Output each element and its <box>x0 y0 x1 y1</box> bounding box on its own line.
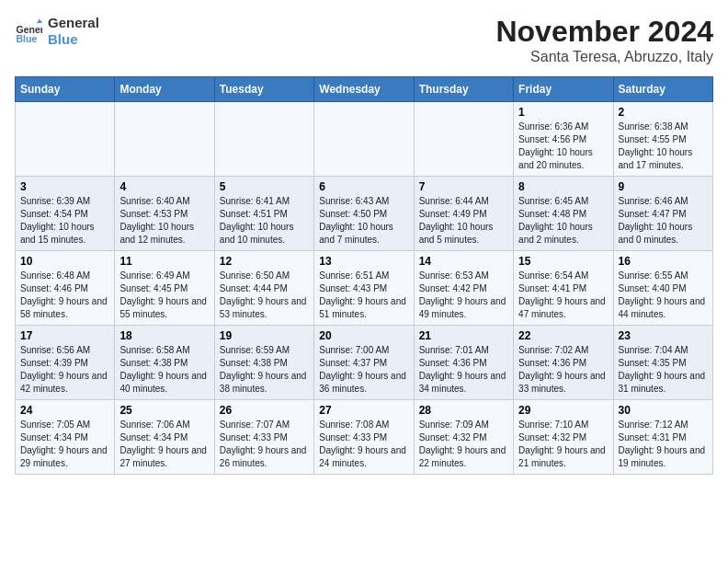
header-cell-thursday: Thursday <box>414 77 513 102</box>
day-number: 4 <box>119 180 209 193</box>
day-number: 18 <box>119 329 209 342</box>
day-number: 1 <box>518 106 608 119</box>
day-number: 10 <box>20 255 109 268</box>
logo-line2: Blue <box>48 31 99 48</box>
day-cell: 11Sunrise: 6:49 AM Sunset: 4:45 PM Dayli… <box>115 251 214 326</box>
day-number: 30 <box>619 404 708 417</box>
day-cell: 21Sunrise: 7:01 AM Sunset: 4:36 PM Dayli… <box>414 326 513 400</box>
day-cell: 8Sunrise: 6:45 AM Sunset: 4:48 PM Daylig… <box>514 177 613 251</box>
day-cell: 5Sunrise: 6:41 AM Sunset: 4:51 PM Daylig… <box>214 177 313 251</box>
day-info: Sunrise: 7:04 AM Sunset: 4:35 PM Dayligh… <box>619 344 708 396</box>
week-row-3: 10Sunrise: 6:48 AM Sunset: 4:46 PM Dayli… <box>16 251 713 326</box>
day-info: Sunrise: 7:12 AM Sunset: 4:31 PM Dayligh… <box>619 419 708 470</box>
day-number: 6 <box>319 180 408 193</box>
header-cell-sunday: Sunday <box>16 77 115 102</box>
day-info: Sunrise: 6:36 AM Sunset: 4:56 PM Dayligh… <box>518 121 608 172</box>
svg-marker-2 <box>37 19 42 24</box>
day-info: Sunrise: 6:39 AM Sunset: 4:54 PM Dayligh… <box>20 195 109 247</box>
day-number: 8 <box>518 180 608 193</box>
day-info: Sunrise: 6:46 AM Sunset: 4:47 PM Dayligh… <box>619 195 708 247</box>
day-number: 16 <box>619 255 708 268</box>
svg-text:Blue: Blue <box>17 33 38 44</box>
day-number: 12 <box>220 255 309 268</box>
week-row-5: 24Sunrise: 7:05 AM Sunset: 4:34 PM Dayli… <box>16 400 713 475</box>
header-cell-tuesday: Tuesday <box>214 77 313 102</box>
day-cell: 24Sunrise: 7:05 AM Sunset: 4:34 PM Dayli… <box>16 400 115 475</box>
day-info: Sunrise: 6:44 AM Sunset: 4:49 PM Dayligh… <box>419 195 508 247</box>
day-number: 17 <box>20 329 109 342</box>
day-info: Sunrise: 6:38 AM Sunset: 4:55 PM Dayligh… <box>619 121 708 172</box>
day-number: 25 <box>119 404 209 417</box>
day-cell: 26Sunrise: 7:07 AM Sunset: 4:33 PM Dayli… <box>214 400 313 475</box>
day-number: 20 <box>319 329 408 342</box>
day-cell: 9Sunrise: 6:46 AM Sunset: 4:47 PM Daylig… <box>613 177 712 251</box>
day-cell: 20Sunrise: 7:00 AM Sunset: 4:37 PM Dayli… <box>314 326 414 400</box>
day-number: 5 <box>220 180 309 193</box>
day-info: Sunrise: 6:55 AM Sunset: 4:40 PM Dayligh… <box>619 270 708 321</box>
day-cell: 27Sunrise: 7:08 AM Sunset: 4:33 PM Dayli… <box>314 400 414 475</box>
location-title: Santa Teresa, Abruzzo, Italy <box>495 49 713 65</box>
day-info: Sunrise: 6:41 AM Sunset: 4:51 PM Dayligh… <box>220 195 309 247</box>
day-info: Sunrise: 6:48 AM Sunset: 4:46 PM Dayligh… <box>20 270 109 321</box>
day-number: 26 <box>220 404 309 417</box>
logo-icon: General Blue <box>15 17 42 45</box>
day-cell: 1Sunrise: 6:36 AM Sunset: 4:56 PM Daylig… <box>514 102 613 177</box>
day-number: 11 <box>119 255 209 268</box>
day-number: 9 <box>619 180 708 193</box>
day-number: 2 <box>619 106 708 119</box>
day-cell: 23Sunrise: 7:04 AM Sunset: 4:35 PM Dayli… <box>613 326 712 400</box>
week-row-1: 1Sunrise: 6:36 AM Sunset: 4:56 PM Daylig… <box>16 102 713 177</box>
day-info: Sunrise: 6:43 AM Sunset: 4:50 PM Dayligh… <box>319 195 408 247</box>
day-cell: 25Sunrise: 7:06 AM Sunset: 4:34 PM Dayli… <box>115 400 214 475</box>
day-number: 23 <box>619 329 708 342</box>
day-number: 21 <box>419 329 508 342</box>
day-info: Sunrise: 6:50 AM Sunset: 4:44 PM Dayligh… <box>220 270 309 321</box>
day-cell: 28Sunrise: 7:09 AM Sunset: 4:32 PM Dayli… <box>414 400 513 475</box>
day-cell: 7Sunrise: 6:44 AM Sunset: 4:49 PM Daylig… <box>414 177 513 251</box>
day-number: 15 <box>518 255 608 268</box>
header-row: SundayMondayTuesdayWednesdayThursdayFrid… <box>16 77 713 102</box>
day-info: Sunrise: 6:53 AM Sunset: 4:42 PM Dayligh… <box>419 270 508 321</box>
day-info: Sunrise: 7:09 AM Sunset: 4:32 PM Dayligh… <box>419 419 508 470</box>
header-cell-wednesday: Wednesday <box>314 77 414 102</box>
day-number: 19 <box>220 329 309 342</box>
day-cell: 15Sunrise: 6:54 AM Sunset: 4:41 PM Dayli… <box>514 251 613 326</box>
day-cell <box>115 102 214 177</box>
day-number: 24 <box>20 404 109 417</box>
day-cell: 22Sunrise: 7:02 AM Sunset: 4:36 PM Dayli… <box>514 326 613 400</box>
day-info: Sunrise: 6:49 AM Sunset: 4:45 PM Dayligh… <box>119 270 209 321</box>
day-cell: 19Sunrise: 6:59 AM Sunset: 4:38 PM Dayli… <box>214 326 313 400</box>
day-info: Sunrise: 7:01 AM Sunset: 4:36 PM Dayligh… <box>419 344 508 396</box>
day-cell: 4Sunrise: 6:40 AM Sunset: 4:53 PM Daylig… <box>115 177 214 251</box>
day-info: Sunrise: 7:08 AM Sunset: 4:33 PM Dayligh… <box>319 419 408 470</box>
day-number: 22 <box>518 329 608 342</box>
day-number: 3 <box>20 180 109 193</box>
week-row-2: 3Sunrise: 6:39 AM Sunset: 4:54 PM Daylig… <box>16 177 713 251</box>
logo: General Blue General Blue <box>15 15 99 48</box>
calendar-table: SundayMondayTuesdayWednesdayThursdayFrid… <box>15 76 713 475</box>
day-cell: 29Sunrise: 7:10 AM Sunset: 4:32 PM Dayli… <box>514 400 613 475</box>
header-cell-monday: Monday <box>115 77 214 102</box>
day-cell: 30Sunrise: 7:12 AM Sunset: 4:31 PM Dayli… <box>613 400 712 475</box>
day-cell: 6Sunrise: 6:43 AM Sunset: 4:50 PM Daylig… <box>314 177 414 251</box>
day-cell: 13Sunrise: 6:51 AM Sunset: 4:43 PM Dayli… <box>314 251 414 326</box>
day-info: Sunrise: 7:10 AM Sunset: 4:32 PM Dayligh… <box>518 419 608 470</box>
day-info: Sunrise: 7:05 AM Sunset: 4:34 PM Dayligh… <box>20 419 109 470</box>
day-cell: 3Sunrise: 6:39 AM Sunset: 4:54 PM Daylig… <box>16 177 115 251</box>
day-cell <box>314 102 414 177</box>
header-cell-friday: Friday <box>514 77 613 102</box>
day-info: Sunrise: 6:51 AM Sunset: 4:43 PM Dayligh… <box>319 270 408 321</box>
day-info: Sunrise: 7:00 AM Sunset: 4:37 PM Dayligh… <box>319 344 408 396</box>
day-number: 13 <box>319 255 408 268</box>
day-number: 28 <box>419 404 508 417</box>
day-info: Sunrise: 6:54 AM Sunset: 4:41 PM Dayligh… <box>518 270 608 321</box>
day-cell: 10Sunrise: 6:48 AM Sunset: 4:46 PM Dayli… <box>16 251 115 326</box>
logo-line1: General <box>48 15 99 31</box>
day-info: Sunrise: 6:56 AM Sunset: 4:39 PM Dayligh… <box>20 344 109 396</box>
header: General Blue General Blue November 2024 … <box>15 15 713 65</box>
day-info: Sunrise: 7:07 AM Sunset: 4:33 PM Dayligh… <box>220 419 309 470</box>
week-row-4: 17Sunrise: 6:56 AM Sunset: 4:39 PM Dayli… <box>16 326 713 400</box>
day-cell <box>214 102 313 177</box>
day-cell: 18Sunrise: 6:58 AM Sunset: 4:38 PM Dayli… <box>115 326 214 400</box>
day-cell <box>414 102 513 177</box>
